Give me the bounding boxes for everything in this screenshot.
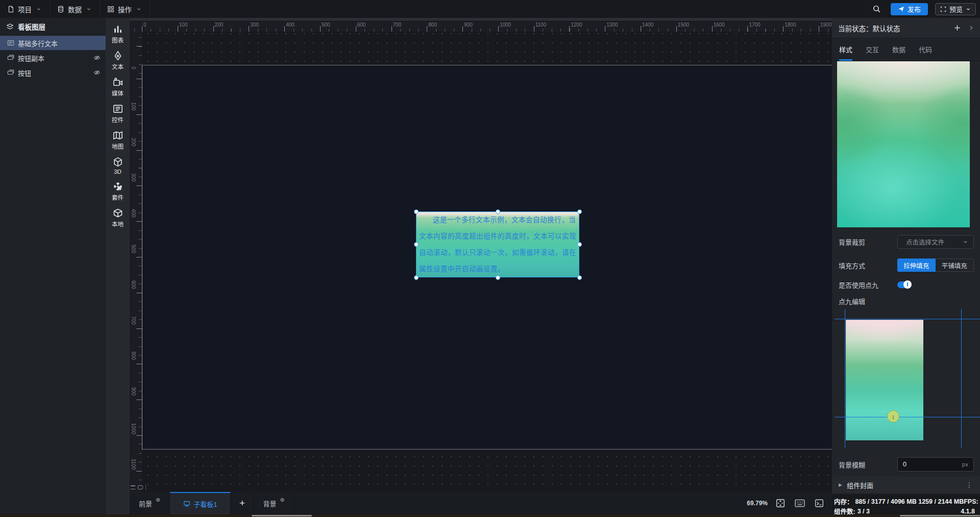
v-ruler-label: 600 (131, 280, 136, 289)
layer-item-button[interactable]: 按钮 (0, 65, 106, 80)
chevron-right-icon[interactable] (968, 25, 974, 31)
fullscreen-brackets-icon (940, 6, 946, 12)
selection-handle-e[interactable] (577, 242, 582, 247)
selection-handle-ne[interactable] (577, 209, 582, 214)
menu-operations[interactable]: 操作 (100, 0, 150, 18)
tool-map[interactable]: 地图 (112, 130, 124, 150)
selection-handle-se[interactable] (577, 275, 582, 280)
search-icon[interactable] (870, 3, 884, 16)
add-circle-icon[interactable]: ⊕ (156, 497, 160, 503)
guide-line-vertical-left[interactable] (845, 309, 845, 448)
document-icon (7, 6, 14, 13)
tool-media[interactable]: 媒体 (112, 77, 124, 97)
preview-button[interactable]: 预览 (935, 3, 976, 15)
tab-data[interactable]: 数据 (892, 44, 905, 61)
add-circle-icon[interactable]: ⊕ (280, 497, 284, 503)
h-ruler-label: 500 (322, 22, 330, 28)
guide-line-horizontal-bottom[interactable] (835, 417, 980, 417)
selection-handle-sw[interactable] (414, 275, 419, 280)
nine-patch-editor[interactable]: ↕ (832, 303, 980, 454)
tool-widgets[interactable]: 控件 (112, 104, 124, 124)
guide-toggle-icon[interactable] (138, 485, 143, 489)
fit-screen-icon[interactable] (774, 497, 787, 510)
tab-foreground[interactable]: 前景 ⊕ (130, 492, 170, 514)
tool-local[interactable]: 本地 (112, 208, 124, 228)
list-panel-icon (113, 104, 123, 114)
scrollbar-thumb[interactable] (252, 515, 312, 516)
pen-nib-icon (113, 51, 123, 61)
top-menu-bar: 项目 数据 操作 发布 预览 (0, 0, 980, 18)
eye-hidden-icon[interactable] (93, 69, 101, 76)
h-ruler-label: 800 (428, 22, 437, 28)
layer-item-button-copy[interactable]: 按钮副本 (0, 51, 106, 65)
scrollbar-thumb[interactable] (900, 515, 980, 516)
cube-icon (113, 157, 123, 167)
h-ruler-label: 1300 (606, 22, 618, 28)
fill-stretch-button[interactable]: 拉伸填充 (897, 258, 936, 272)
tool-text[interactable]: 文本 (112, 51, 124, 70)
h-ruler-label: 1900 (820, 22, 831, 28)
layer-item-multiline-text[interactable]: 基础多行文本 (0, 36, 106, 50)
selection-handle-n[interactable] (496, 209, 500, 214)
publish-button[interactable]: 发布 (891, 3, 928, 15)
publish-label: 发布 (908, 4, 921, 14)
selection-handle-s[interactable] (496, 275, 500, 280)
h-ruler-label: 1200 (571, 22, 582, 28)
fill-mode-label: 填充方式 (839, 261, 865, 270)
tab-style[interactable]: 样式 (839, 44, 852, 61)
eye-hidden-icon[interactable] (93, 54, 101, 61)
memory-value: 885 / 3177 / 4096 MB 1259 / 2144 MB (855, 498, 964, 505)
guide-drag-handle[interactable]: ↕ (887, 410, 899, 422)
window-bottom-strip (0, 514, 980, 517)
tab-code[interactable]: 代码 (919, 44, 932, 61)
h-ruler-label: 1600 (714, 22, 725, 28)
camera-icon (113, 77, 123, 87)
guide-line-horizontal-top[interactable] (835, 319, 980, 319)
board-tabs-bar: 前景 ⊕ 子看板1 + 背景 ⊕ 69.79% (130, 492, 832, 514)
tool-kits[interactable]: 套件 (112, 181, 124, 201)
selected-text-component[interactable]: 这是一个多行文本示例，文本会自动换行，当文本内容的高度超出组件的高度时，文本可以… (416, 212, 579, 277)
chevron-down-icon (36, 7, 41, 12)
box-icon (113, 208, 123, 218)
tab-background-label: 背景 (263, 499, 276, 508)
v-ruler-label: 300 (131, 173, 136, 182)
ruler-toggle-icon[interactable] (131, 485, 135, 489)
tool-charts[interactable]: 图表 (112, 24, 124, 44)
keyboard-icon[interactable] (793, 497, 806, 510)
nine-patch-toggle[interactable] (897, 281, 911, 288)
tool-label: 本地 (112, 220, 124, 228)
ellipsis-vertical-icon[interactable]: ⋮ (966, 481, 973, 489)
zoom-level-value[interactable]: 69.79% (747, 500, 768, 507)
tab-background[interactable]: 背景 ⊕ (253, 492, 294, 514)
selection-handle-w[interactable] (414, 242, 419, 247)
add-board-button[interactable]: + (231, 492, 253, 514)
background-image-preview[interactable] (837, 61, 970, 227)
add-state-icon[interactable] (953, 24, 961, 32)
menu-project[interactable]: 项目 (0, 0, 50, 18)
bg-blur-value: 0 (903, 461, 906, 468)
tool-label: 控件 (112, 115, 124, 124)
guide-line-vertical-right[interactable] (961, 309, 962, 448)
paper-plane-icon (898, 6, 904, 12)
h-ruler-label: 1700 (749, 22, 760, 28)
tab-foreground-label: 前景 (139, 499, 152, 508)
memory-label: 内存： (834, 497, 853, 506)
tab-interaction[interactable]: 交互 (866, 44, 879, 61)
layers-icon (6, 23, 14, 31)
bg-blur-input[interactable]: 0 px (897, 457, 974, 472)
menu-data[interactable]: 数据 (50, 0, 100, 18)
v-ruler-label: 800 (131, 351, 136, 360)
fill-tile-button[interactable]: 平铺填充 (936, 258, 974, 272)
component-toolbar: 图表 文本 媒体 控件 地图 3D 套件 本地 (106, 18, 130, 514)
selection-handle-nw[interactable] (414, 209, 419, 214)
tab-subboard-1-label: 子看板1 (193, 499, 217, 509)
v-ruler-label: 1000 (131, 423, 136, 434)
design-canvas[interactable]: 0100200300400500600700800900100011001200… (130, 18, 832, 492)
tab-subboard-1[interactable]: 子看板1 (170, 492, 231, 514)
bg-crop-select[interactable]: 点击选择文件 (897, 235, 974, 249)
h-ruler-label: 1100 (535, 22, 547, 28)
terminal-icon[interactable] (813, 497, 826, 510)
ruler-corner-icons[interactable] (131, 484, 154, 491)
tool-3d[interactable]: 3D (113, 157, 123, 175)
component-cover-section[interactable]: ▶ 组件封面 ⋮ (832, 477, 980, 493)
